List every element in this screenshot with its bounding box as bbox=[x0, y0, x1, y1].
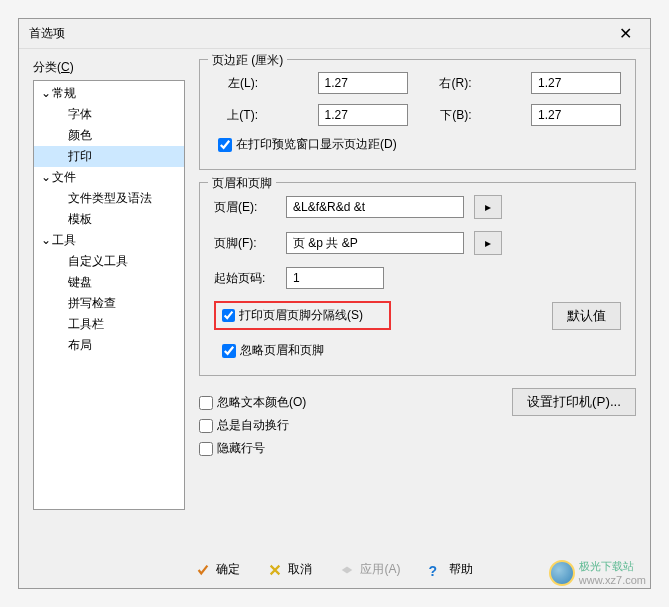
tree-customtool[interactable]: 自定义工具 bbox=[34, 251, 184, 272]
apply-button[interactable]: 应用(A) bbox=[340, 561, 400, 578]
ignore-color-label: 忽略文本颜色(O) bbox=[217, 394, 306, 411]
close-icon[interactable]: ✕ bbox=[610, 24, 640, 43]
tree-toolbar[interactable]: 工具栏 bbox=[34, 314, 184, 335]
cancel-button[interactable]: 取消 bbox=[268, 561, 312, 578]
tree-font[interactable]: 字体 bbox=[34, 104, 184, 125]
wrap-checkbox[interactable] bbox=[199, 419, 213, 433]
watermark-logo-icon bbox=[549, 560, 575, 586]
margins-legend: 页边距 (厘米) bbox=[208, 52, 287, 69]
default-button[interactable]: 默认值 bbox=[552, 302, 621, 330]
hideln-checkbox[interactable] bbox=[199, 442, 213, 456]
chevron-down-icon: ⌄ bbox=[40, 86, 52, 100]
ignore-hf-label: 忽略页眉和页脚 bbox=[240, 342, 324, 359]
wrap-label: 总是自动换行 bbox=[217, 417, 289, 434]
category-label: 分类(C) bbox=[33, 59, 185, 76]
chevron-right-icon: ▸ bbox=[485, 200, 491, 214]
tree-spellcheck[interactable]: 拼写检查 bbox=[34, 293, 184, 314]
tree-color[interactable]: 颜色 bbox=[34, 125, 184, 146]
ignore-hf-checkbox[interactable] bbox=[222, 344, 236, 358]
startpage-input[interactable] bbox=[286, 267, 384, 289]
check-icon bbox=[196, 563, 210, 577]
header-input[interactable] bbox=[286, 196, 464, 218]
watermark-url: www.xz7.com bbox=[579, 574, 646, 586]
help-button[interactable]: ? 帮助 bbox=[429, 561, 473, 578]
tree-general[interactable]: ⌄常规 bbox=[34, 83, 184, 104]
margin-top-input[interactable] bbox=[318, 104, 408, 126]
show-margin-preview-checkbox[interactable] bbox=[218, 138, 232, 152]
settings-panel: 页边距 (厘米) 左(L): 右(R): 上(T): 下(B): 在打印预览窗口… bbox=[199, 59, 636, 510]
titlebar: 首选项 ✕ bbox=[19, 19, 650, 49]
tree-print[interactable]: 打印 bbox=[34, 146, 184, 167]
tree-layout[interactable]: 布局 bbox=[34, 335, 184, 356]
margin-right-label: 右(R): bbox=[428, 75, 472, 92]
hf-legend: 页眉和页脚 bbox=[208, 175, 276, 192]
margin-bottom-input[interactable] bbox=[531, 104, 621, 126]
margin-left-label: 左(L): bbox=[214, 75, 258, 92]
x-icon bbox=[268, 563, 282, 577]
chevron-down-icon: ⌄ bbox=[40, 233, 52, 247]
tree-file[interactable]: ⌄文件 bbox=[34, 167, 184, 188]
hideln-label: 隐藏行号 bbox=[217, 440, 265, 457]
tree-template[interactable]: 模板 bbox=[34, 209, 184, 230]
ok-button[interactable]: 确定 bbox=[196, 561, 240, 578]
header-menu-button[interactable]: ▸ bbox=[474, 195, 502, 219]
dialog-title: 首选项 bbox=[29, 25, 610, 42]
margin-bottom-label: 下(B): bbox=[428, 107, 472, 124]
print-separator-checkbox[interactable] bbox=[222, 309, 235, 322]
category-tree[interactable]: ⌄常规 字体 颜色 打印 ⌄文件 文件类型及语法 模板 ⌄工具 自定义工具 键盘… bbox=[33, 80, 185, 510]
show-margin-preview-label: 在打印预览窗口显示页边距(D) bbox=[236, 136, 397, 153]
separator-line-highlight: 打印页眉页脚分隔线(S) bbox=[214, 301, 391, 330]
footer-input[interactable] bbox=[286, 232, 464, 254]
header-label: 页眉(E): bbox=[214, 199, 276, 216]
print-separator-label: 打印页眉页脚分隔线(S) bbox=[239, 307, 363, 324]
help-icon: ? bbox=[429, 563, 443, 577]
header-footer-fieldset: 页眉和页脚 页眉(E): ▸ 页脚(F): ▸ 起始页码: bbox=[199, 182, 636, 376]
margin-top-label: 上(T): bbox=[214, 107, 258, 124]
margin-left-input[interactable] bbox=[318, 72, 408, 94]
ignore-color-checkbox[interactable] bbox=[199, 396, 213, 410]
tree-filetype[interactable]: 文件类型及语法 bbox=[34, 188, 184, 209]
margin-right-input[interactable] bbox=[531, 72, 621, 94]
set-printer-button[interactable]: 设置打印机(P)... bbox=[512, 388, 636, 416]
margins-fieldset: 页边距 (厘米) 左(L): 右(R): 上(T): 下(B): 在打印预览窗口… bbox=[199, 59, 636, 170]
watermark-name: 极光下载站 bbox=[579, 559, 646, 574]
startpage-label: 起始页码: bbox=[214, 270, 276, 287]
category-panel: 分类(C) ⌄常规 字体 颜色 打印 ⌄文件 文件类型及语法 模板 ⌄工具 自定… bbox=[33, 59, 185, 510]
footer-menu-button[interactable]: ▸ bbox=[474, 231, 502, 255]
watermark: 极光下载站 www.xz7.com bbox=[549, 559, 646, 586]
apply-icon bbox=[340, 563, 354, 577]
tree-tool[interactable]: ⌄工具 bbox=[34, 230, 184, 251]
chevron-down-icon: ⌄ bbox=[40, 170, 52, 184]
tree-keyboard[interactable]: 键盘 bbox=[34, 272, 184, 293]
preferences-dialog: 首选项 ✕ 分类(C) ⌄常规 字体 颜色 打印 ⌄文件 文件类型及语法 模板 … bbox=[18, 18, 651, 589]
chevron-right-icon: ▸ bbox=[485, 236, 491, 250]
footer-label: 页脚(F): bbox=[214, 235, 276, 252]
